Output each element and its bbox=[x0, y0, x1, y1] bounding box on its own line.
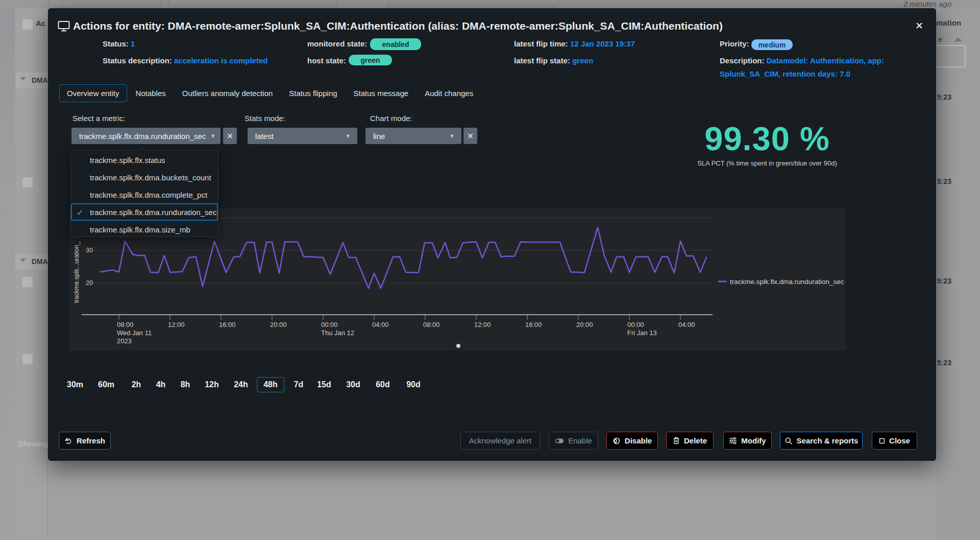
range-7d[interactable]: 7d bbox=[294, 377, 304, 392]
metric-select[interactable]: trackme.splk.flx.dma.runduration_sec▼ bbox=[71, 128, 220, 144]
chevron-down-icon: ▼ bbox=[345, 133, 351, 139]
range-90d[interactable]: 90d bbox=[406, 377, 421, 392]
background-filter-box bbox=[934, 45, 966, 67]
metric-option-selected[interactable]: ✓trackme.splk.flx.dma.runduration_sec bbox=[71, 203, 218, 221]
modal-title: Actions for entity: DMA-remote-amer:Splu… bbox=[73, 20, 723, 32]
range-15d[interactable]: 15d bbox=[317, 377, 331, 392]
svg-text:16:00: 16:00 bbox=[219, 321, 236, 328]
svg-text:04:00: 04:00 bbox=[372, 321, 389, 328]
background-row-checkbox bbox=[22, 19, 33, 30]
description-field: Description: Datamodel: Authentication, … bbox=[720, 54, 901, 81]
background-toolbar-button bbox=[48, 0, 161, 7]
sla-percentage: 99.30 % bbox=[665, 120, 869, 158]
toggle-on-icon bbox=[555, 438, 564, 444]
svg-text:12:00: 12:00 bbox=[168, 321, 185, 328]
tab-status-message[interactable]: Status message bbox=[346, 84, 416, 102]
metric-clear-button[interactable]: ✕ bbox=[223, 128, 237, 144]
background-toolbar-button bbox=[388, 0, 559, 7]
stats-mode-label: Stats mode: bbox=[244, 114, 285, 123]
background-relative-time: 2 minutes ago bbox=[903, 0, 951, 8]
legend-label: trackme.splk.flx.dma.runduration_sec bbox=[730, 278, 844, 286]
background-column-header-right: mation bbox=[936, 18, 961, 27]
status-field: Status: 1 bbox=[103, 39, 135, 48]
tab-overview-entity[interactable]: Overview entity bbox=[59, 84, 127, 102]
metric-option[interactable]: trackme.splk.flx.dma.complete_pct bbox=[71, 186, 218, 203]
svg-text:Wed Jan 11: Wed Jan 11 bbox=[117, 329, 152, 337]
svg-text:16:00: 16:00 bbox=[525, 321, 542, 328]
range-60m[interactable]: 60m bbox=[98, 377, 114, 392]
close-icon[interactable]: ✕ bbox=[913, 19, 926, 33]
check-icon: ✓ bbox=[77, 208, 83, 218]
svg-text:Thu Jan 12: Thu Jan 12 bbox=[321, 329, 354, 337]
modal-tabs: Overview entityNotablesOutliers anomaly … bbox=[59, 84, 481, 102]
sla-block: 99.30 % SLA PCT (% time spent in green/b… bbox=[665, 120, 869, 167]
priority-badge: medium bbox=[751, 39, 793, 50]
stats-mode-select[interactable]: latest▼ bbox=[248, 128, 357, 144]
sort-arrow-icon bbox=[954, 37, 962, 41]
chevron-down-icon bbox=[20, 77, 26, 81]
background-row-checkbox bbox=[22, 177, 33, 187]
svg-text:Fri Jan 13: Fri Jan 13 bbox=[627, 329, 657, 337]
range-30m[interactable]: 30m bbox=[67, 377, 83, 392]
background-toolbar-button bbox=[168, 0, 337, 7]
entity-actions-modal: Actions for entity: DMA-remote-amer:Splu… bbox=[48, 8, 936, 461]
range-2h[interactable]: 2h bbox=[132, 377, 141, 392]
range-4h[interactable]: 4h bbox=[156, 377, 166, 392]
monitored-state-badge: enabled bbox=[370, 38, 421, 50]
background-timestamp: 5:23 bbox=[937, 93, 951, 101]
metric-option[interactable]: trackme.splk.flx.dma.buckets_count bbox=[71, 169, 218, 186]
svg-text:00:00: 00:00 bbox=[321, 321, 338, 328]
range-12h[interactable]: 12h bbox=[205, 377, 219, 392]
background-group-row: DMA bbox=[15, 73, 51, 88]
svg-text:trackme.splk...uration_: trackme.splk...uration_ bbox=[73, 241, 80, 303]
background-column-sub-right: e bbox=[938, 35, 942, 43]
tab-outliers-anomaly-detection[interactable]: Outliers anomaly detection bbox=[175, 84, 281, 102]
tab-notables[interactable]: Notables bbox=[128, 84, 174, 102]
host-state-badge: green bbox=[349, 55, 392, 65]
tab-audit-changes[interactable]: Audit changes bbox=[417, 84, 481, 102]
chart-mode-clear-button[interactable]: ✕ bbox=[463, 128, 477, 144]
range-48h[interactable]: 48h bbox=[257, 377, 284, 392]
background-column-header-left: Ac bbox=[36, 19, 45, 28]
modify-button[interactable]: Modify bbox=[723, 432, 772, 450]
chevron-down-icon bbox=[20, 259, 26, 262]
search-button[interactable]: Search & reports bbox=[780, 432, 863, 450]
svg-text:20: 20 bbox=[86, 279, 93, 287]
close-button[interactable]: Close bbox=[872, 432, 917, 450]
metric-dropdown-popup: trackme.splk.flx.statustrackme.splk.flx.… bbox=[70, 150, 218, 237]
delete-button[interactable]: Delete bbox=[666, 432, 714, 450]
metric-option[interactable]: trackme.splk.flx.dma.size_mb bbox=[71, 221, 218, 238]
range-60d[interactable]: 60d bbox=[376, 377, 390, 392]
priority-label: Priority: bbox=[720, 39, 749, 48]
metric-select-label: Select a metric: bbox=[72, 114, 125, 123]
range-30d[interactable]: 30d bbox=[346, 377, 360, 392]
latest-flip-time-field: latest flip time: 12 Jan 2023 19:37 bbox=[514, 39, 635, 48]
background-group-row: DMA bbox=[15, 254, 51, 270]
svg-text:04:00: 04:00 bbox=[678, 321, 695, 328]
monitored-state-label: monitored state: bbox=[307, 39, 368, 48]
search-icon bbox=[785, 437, 793, 445]
refresh-button[interactable]: Refresh bbox=[59, 432, 111, 450]
screen: 2 minutes ago Ac DMADMA Showing mation e… bbox=[0, 0, 980, 540]
carousel-dot[interactable] bbox=[456, 344, 460, 348]
refresh-icon bbox=[64, 437, 72, 445]
range-24h[interactable]: 24h bbox=[234, 377, 248, 392]
acknowledge-button[interactable]: Acknowledge alert bbox=[460, 432, 540, 450]
chart-mode-label: Chart mode: bbox=[370, 114, 412, 123]
metric-option[interactable]: trackme.splk.flx.status bbox=[71, 151, 218, 169]
svg-text:00:00: 00:00 bbox=[627, 321, 644, 328]
background-showing-label: Showing bbox=[18, 439, 48, 448]
sla-caption: SLA PCT (% time spent in green/blue over… bbox=[665, 159, 869, 167]
trash-icon bbox=[673, 437, 680, 444]
svg-text:12:00: 12:00 bbox=[474, 321, 491, 328]
background-row-checkbox bbox=[22, 277, 33, 287]
svg-text:20:00: 20:00 bbox=[270, 321, 287, 328]
chart-mode-select[interactable]: line▼ bbox=[365, 128, 461, 144]
enable-button[interactable]: Enable bbox=[549, 432, 598, 450]
background-timestamp: 5:23 bbox=[937, 359, 951, 367]
tab-status-flipping[interactable]: Status flipping bbox=[281, 84, 345, 102]
range-8h[interactable]: 8h bbox=[181, 377, 190, 392]
background-table-right-column bbox=[936, 8, 980, 540]
background-timestamp: 5:23 bbox=[937, 177, 951, 185]
disable-button[interactable]: Disable bbox=[606, 432, 658, 450]
